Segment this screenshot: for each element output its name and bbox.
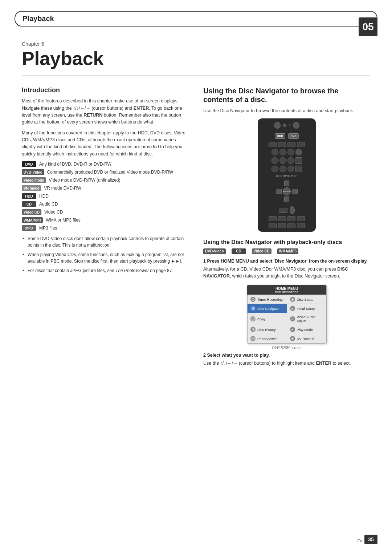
badge-dvdvideo: DVD-Video (22, 169, 44, 175)
menu-label-initial-setup: Initial Setup (297, 307, 315, 311)
page-lang: En (358, 539, 362, 543)
disc-type-row: DVD-Video CD Video CD WMA/MP3 (203, 248, 370, 254)
remote-btn-bot-b (278, 216, 286, 221)
remote-bottom-area (279, 206, 295, 214)
menu-item-play-mode[interactable]: Play Mode (287, 325, 326, 334)
remote-circle-1 (274, 122, 281, 129)
disc-navigator-icon (250, 306, 256, 311)
remote-round-g (287, 157, 294, 164)
bullet-list: Some DVD-Video discs don't allow certain… (22, 235, 189, 274)
menu-item-copy[interactable]: Copy (248, 313, 287, 325)
icon-text-hdd: HDD (39, 194, 49, 199)
menu-item-disc-history[interactable]: Disc History (248, 325, 287, 334)
svg-point-16 (292, 338, 293, 339)
disc-badge-wmamp3: WMA/MP3 (277, 248, 298, 254)
icon-row-videocd: Video CD Video CD (22, 209, 189, 215)
remote-dot (289, 124, 291, 126)
remote-btn-bot-e (269, 223, 277, 228)
chapter-title: Playback (22, 48, 370, 76)
remote-btn-bot-g (287, 223, 295, 228)
remote-btn-bot-a (269, 216, 277, 221)
icon-text-dvd: Any kind of DVD, DVD-R or DVD-RW (39, 162, 111, 167)
remote-round-a (271, 149, 278, 155)
disc-setup-icon (290, 297, 295, 302)
icon-text-wmamp3: WMA or MP3 files (46, 218, 80, 223)
remote-row-bottom-1 (269, 216, 305, 221)
menu-label-video-audio: Video/Audio Adjust (297, 315, 323, 323)
remote-btn-d (297, 142, 305, 147)
play-mode-icon (290, 327, 295, 332)
menu-label-copy: Copy (257, 317, 265, 321)
page-number: 35 (364, 535, 377, 544)
bullet-item-1: Some DVD-Video discs don't allow certain… (22, 235, 189, 248)
remote-row-2 (271, 149, 302, 155)
dpad: ENTER (276, 181, 298, 202)
menu-label-timer: Timer Recording (257, 297, 283, 301)
dv-record-icon (290, 336, 295, 341)
right-column: Using the Disc Navigator to browse the c… (203, 86, 370, 371)
disc-badge-cd: CD (232, 248, 246, 254)
badge-videocd: Video CD (22, 209, 41, 215)
badge-hdd: HDD (22, 193, 36, 199)
header-number: 05 (359, 17, 377, 36)
svg-point-3 (292, 299, 293, 300)
remote-btn-a (269, 142, 277, 147)
remote-btn-bot-h (297, 223, 305, 228)
bullet-item-3: For discs that contain JPEG picture file… (22, 267, 189, 274)
menu-label-disc-setup: Disc Setup (297, 297, 314, 301)
svg-rect-6 (291, 308, 293, 309)
disc-navigator-intro: Use the Disc Navigator to browse the con… (203, 108, 370, 114)
disc-badge-videocd: Video CD (252, 248, 271, 254)
introduction-heading: Introduction (22, 86, 189, 94)
svg-rect-7 (291, 309, 293, 309)
menu-item-photo-viewer[interactable]: PhotoViewer (248, 334, 287, 343)
remote-row-4 (271, 166, 302, 172)
remote-row-bottom-2 (269, 223, 305, 228)
icon-text-mp3: MP3 files (39, 226, 57, 231)
disc-navigator-heading: Using the Disc Navigator to browse the c… (203, 86, 370, 104)
badge-mp3: MP3 (22, 225, 36, 231)
left-column: Introduction Most of the features descri… (22, 86, 189, 371)
home-menu-title: HOME MENU (247, 287, 326, 291)
home-menu-container: HOME MENU DVD RECORDER Timer Recording (203, 285, 370, 344)
menu-item-timer-recording[interactable]: Timer Recording (248, 295, 287, 304)
icon-row-dvdvideo: DVD-Video Commercially produced DVD or f… (22, 169, 189, 175)
dpad-left (276, 189, 282, 194)
menu-item-video-audio-adjust[interactable]: Video/Audio Adjust (287, 313, 326, 325)
playback-only-heading: Using the Disc Navigator with playback-o… (203, 239, 370, 246)
chapter-block: Chapter 5 Playback (0, 27, 392, 76)
remote-btn-b (278, 142, 286, 147)
bullet-item-2: When playing Video CDs, some functions, … (22, 251, 189, 264)
svg-rect-9 (253, 318, 254, 320)
icon-text-videomode: Video mode DVD-R/RW (unfinalized) (49, 178, 121, 183)
header-title: Playback (23, 15, 54, 23)
badge-vrmode: VR mode (22, 185, 41, 191)
remote-row-1 (269, 142, 305, 147)
menu-item-disc-setup[interactable]: Disc Setup (287, 295, 326, 304)
icon-row-videomode: Video mode Video mode DVD-R/RW (unfinali… (22, 177, 189, 183)
icon-text-vrmode: VR mode DVD-RW (44, 186, 81, 191)
menu-item-initial-setup[interactable]: Initial Setup (287, 304, 326, 313)
hdd-button: HDD (275, 133, 285, 139)
remote-circle-2 (293, 122, 299, 129)
menu-label-disc-history: Disc History (257, 328, 276, 332)
dvd-button: DVD (288, 133, 299, 139)
menu-item-disc-navigator[interactable]: Disc Navigator (248, 304, 287, 313)
icon-list: DVD Any kind of DVD, DVD-R or DVD-RW DVD… (22, 161, 189, 231)
step1-heading: 1 Press HOME MENU and select 'Disc Navig… (203, 259, 370, 264)
icon-row-dvd: DVD Any kind of DVD, DVD-R or DVD-RW (22, 161, 189, 167)
photo-viewer-icon (250, 336, 256, 341)
main-content: Introduction Most of the features descri… (0, 76, 392, 371)
menu-item-dv-record[interactable]: DV Record (287, 334, 326, 343)
icon-row-hdd: HDD HDD (22, 193, 189, 199)
remote-btn-bot-f (278, 223, 286, 228)
home-menu-screenshot: HOME MENU DVD RECORDER Timer Recording (247, 285, 327, 344)
remote-round-f (279, 157, 286, 164)
remote-top-circles (274, 122, 299, 129)
menu-label-dv-record: DV Record (297, 337, 314, 341)
remote-round-h (271, 166, 278, 172)
icon-row-mp3: MP3 MP3 files (22, 225, 189, 231)
dpad-right (292, 189, 298, 194)
icon-text-cd: Audio CD (39, 202, 58, 207)
copy-icon (250, 316, 256, 321)
